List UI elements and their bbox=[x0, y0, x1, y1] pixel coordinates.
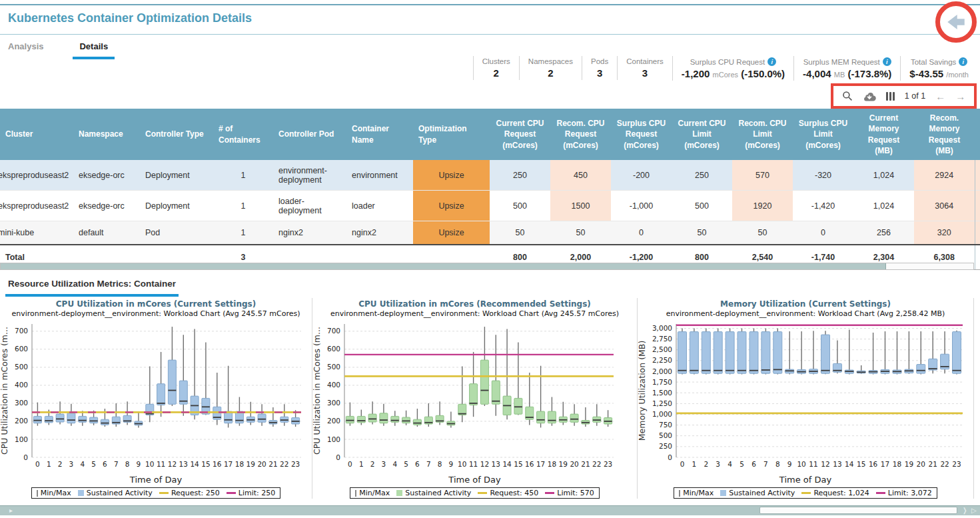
table-cell-cur_mem_req: 1,024 bbox=[853, 191, 914, 221]
info-icon[interactable]: i bbox=[767, 57, 776, 66]
svg-text:8: 8 bbox=[125, 460, 130, 468]
svg-text:1,000: 1,000 bbox=[652, 410, 672, 418]
column-header-cur_mem_req[interactable]: Current Memory Request (MB) bbox=[853, 109, 914, 160]
table-cell-controller_type: Pod bbox=[140, 221, 213, 245]
table-cell-rec_mem_req: 320 bbox=[914, 221, 975, 245]
svg-text:7: 7 bbox=[426, 460, 431, 468]
svg-text:7: 7 bbox=[114, 460, 119, 468]
svg-text:13: 13 bbox=[492, 460, 500, 468]
tab-details[interactable]: Details bbox=[73, 37, 115, 59]
scroll-right-arrow[interactable]: ▷ bbox=[971, 507, 977, 514]
chart-legend: Min/MaxSustained ActivityRequest: 450Lim… bbox=[312, 487, 637, 499]
column-header-optimization_type[interactable]: Optimization Type bbox=[413, 109, 490, 160]
svg-text:4: 4 bbox=[392, 460, 397, 468]
table-cell-sur_cpu_lim: -320 bbox=[793, 160, 853, 191]
resource-metrics-tab[interactable]: Resource Utilization Metrics: Container bbox=[5, 279, 179, 297]
svg-text:18: 18 bbox=[548, 460, 556, 468]
column-header-rec_cpu_req[interactable]: Recom. CPU Request (mCores) bbox=[550, 109, 611, 160]
chart-panel-cpu-current: CPU Utilization in mCores (Current Setti… bbox=[0, 298, 312, 499]
svg-text:2,750: 2,750 bbox=[652, 335, 672, 343]
svg-text:21: 21 bbox=[581, 460, 590, 468]
search-icon[interactable] bbox=[842, 91, 853, 101]
svg-text:600: 600 bbox=[327, 345, 340, 353]
summary-stats: Clusters2Namespaces2Pods3Containers3Surp… bbox=[473, 56, 977, 81]
svg-text:5: 5 bbox=[739, 460, 744, 468]
svg-text:400: 400 bbox=[15, 381, 28, 389]
chart-row: CPU Utilization in mCores (Current Setti… bbox=[0, 298, 974, 499]
legend-limit: Limit: 3,072 bbox=[876, 489, 932, 497]
svg-text:14: 14 bbox=[190, 460, 199, 468]
column-header-cur_cpu_req[interactable]: Current CPU Request (mCores) bbox=[490, 109, 550, 160]
table-cell-sur_cpu_lim: 0 bbox=[793, 221, 853, 245]
table-row: ekspreproduseast2eksedge-orcDeployment1l… bbox=[0, 191, 980, 221]
stat-total-savings: Total Savings i$-43.55 /month bbox=[900, 56, 977, 81]
svg-text:2: 2 bbox=[704, 460, 708, 468]
table-horizontal-scrollbar[interactable] bbox=[0, 263, 974, 270]
column-header-sur_cpu_req[interactable]: Surplus CPU Request (mCores) bbox=[611, 109, 672, 160]
table-cell-rec_mem_req: 2924 bbox=[914, 160, 975, 191]
svg-text:0: 0 bbox=[336, 453, 340, 461]
svg-text:10: 10 bbox=[797, 460, 805, 468]
svg-text:400: 400 bbox=[327, 381, 340, 389]
svg-text:1,250: 1,250 bbox=[652, 399, 672, 407]
svg-text:0: 0 bbox=[35, 460, 40, 468]
boxplot-svg: 0100200300400500600700CPU Utilization in… bbox=[312, 320, 620, 475]
column-header-rec_mem_req[interactable]: Recom. Memory Request (MB) bbox=[914, 109, 975, 160]
table-scrollbar-thumb[interactable] bbox=[1, 263, 886, 269]
svg-text:250: 250 bbox=[659, 442, 672, 450]
stat-value: 3 bbox=[626, 67, 664, 79]
stat-pods: Pods3 bbox=[582, 56, 617, 80]
cloud-download-icon[interactable] bbox=[863, 91, 876, 101]
table-cell-container_name: loader bbox=[346, 191, 413, 221]
table-cell-cur_cpu_req: 250 bbox=[490, 160, 550, 191]
svg-text:1,500: 1,500 bbox=[652, 389, 672, 397]
back-button-highlight-circle bbox=[935, 1, 977, 43]
legend-request: Request: 450 bbox=[478, 489, 538, 497]
stat-label: Surplus MEM Request i bbox=[803, 57, 891, 66]
svg-text:9: 9 bbox=[137, 460, 141, 468]
boxplot-svg: 02505007501,0001,2501,5001,7502,0002,250… bbox=[638, 320, 969, 475]
svg-text:14: 14 bbox=[502, 460, 512, 468]
back-button[interactable] bbox=[945, 11, 967, 33]
column-header-container_name[interactable]: Container Name bbox=[346, 109, 413, 160]
x-axis-label: Time of Day bbox=[0, 475, 312, 485]
columns-icon[interactable] bbox=[886, 92, 895, 101]
svg-text:23: 23 bbox=[604, 460, 612, 468]
column-header-rec_cpu_lim[interactable]: Recom. CPU Limit (mCores) bbox=[732, 109, 793, 160]
svg-text:6: 6 bbox=[415, 460, 420, 468]
column-header-controller_pod[interactable]: Controller Pod bbox=[273, 109, 346, 160]
page-scrollbar-thumb[interactable] bbox=[759, 507, 957, 514]
svg-text:21: 21 bbox=[929, 460, 937, 468]
legend-sustained-activity: Sustained Activity bbox=[396, 489, 471, 497]
svg-text:100: 100 bbox=[15, 435, 28, 443]
scroll-left-hint-arrow[interactable]: ▸ bbox=[9, 507, 13, 514]
svg-text:13: 13 bbox=[179, 460, 188, 468]
stat-label: Namespaces bbox=[528, 57, 573, 65]
stat-value: -1,200 mCores (-150.0%) bbox=[682, 68, 785, 79]
boxplot-chart: 0100200300400500600700CPU Utilization in… bbox=[0, 320, 312, 475]
legend-request: Request: 1,024 bbox=[801, 489, 869, 497]
prev-page-arrow[interactable]: ← bbox=[935, 91, 945, 102]
tab-analysis[interactable]: Analysis bbox=[8, 37, 50, 59]
table-cell-num_containers: 1 bbox=[213, 160, 273, 191]
svg-text:19: 19 bbox=[905, 460, 913, 468]
svg-text:5: 5 bbox=[91, 460, 96, 468]
info-icon[interactable]: i bbox=[883, 57, 891, 66]
column-header-cluster[interactable]: Cluster bbox=[0, 109, 73, 160]
page-horizontal-scrollbar[interactable]: ▸ ❭ ▷ bbox=[0, 505, 980, 515]
legend-sustained-activity: Sustained Activity bbox=[78, 489, 153, 497]
next-page-arrow[interactable]: → bbox=[955, 91, 965, 102]
svg-text:9: 9 bbox=[787, 460, 792, 468]
column-header-namespace[interactable]: Namespace bbox=[73, 109, 140, 160]
svg-text:3,000: 3,000 bbox=[652, 324, 672, 332]
column-header-controller_type[interactable]: Controller Type bbox=[140, 109, 213, 160]
column-header-cur_cpu_lim[interactable]: Current CPU Limit (mCores) bbox=[672, 109, 732, 160]
boxplot-chart: 02505007501,0001,2501,5001,7502,0002,250… bbox=[638, 320, 973, 475]
info-icon[interactable]: i bbox=[959, 57, 967, 66]
legend-minmax: Min/Max bbox=[679, 489, 714, 497]
column-header-num_containers[interactable]: # of Containers bbox=[213, 109, 273, 160]
stat-label: Containers bbox=[626, 57, 664, 65]
column-header-sur_cpu_lim[interactable]: Surplus CPU Limit (mCores) bbox=[793, 109, 853, 160]
table-toolbar: 1 of 1 ← → bbox=[842, 91, 965, 102]
svg-text:2: 2 bbox=[58, 460, 63, 468]
